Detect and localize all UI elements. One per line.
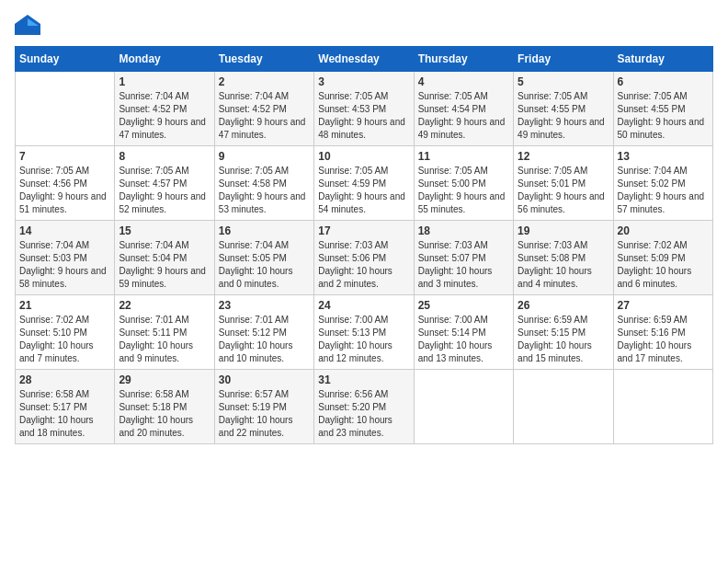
header bbox=[15, 15, 713, 35]
day-number: 16 bbox=[219, 224, 310, 237]
day-number: 25 bbox=[418, 299, 509, 312]
day-number: 8 bbox=[119, 150, 210, 163]
day-info: Sunrise: 7:05 AMSunset: 4:57 PMDaylight:… bbox=[119, 166, 206, 214]
day-number: 15 bbox=[119, 224, 210, 237]
day-number: 12 bbox=[518, 150, 609, 163]
day-number: 30 bbox=[219, 373, 310, 386]
header-friday: Friday bbox=[514, 47, 613, 72]
weekday-header-row: Sunday Monday Tuesday Wednesday Thursday… bbox=[16, 47, 713, 72]
day-info: Sunrise: 7:03 AMSunset: 5:07 PMDaylight:… bbox=[418, 240, 493, 289]
day-info: Sunrise: 6:56 AMSunset: 5:20 PMDaylight:… bbox=[318, 389, 392, 438]
day-number: 13 bbox=[618, 150, 709, 163]
calendar-cell: 5 Sunrise: 7:05 AMSunset: 4:55 PMDayligh… bbox=[514, 72, 613, 146]
day-number: 10 bbox=[318, 150, 409, 163]
calendar-cell: 28 Sunrise: 6:58 AMSunset: 5:17 PMDaylig… bbox=[16, 370, 115, 444]
day-number: 24 bbox=[318, 299, 409, 312]
day-info: Sunrise: 7:05 AMSunset: 4:56 PMDaylight:… bbox=[19, 166, 107, 214]
day-number: 6 bbox=[618, 75, 709, 88]
day-info: Sunrise: 6:58 AMSunset: 5:18 PMDaylight:… bbox=[119, 389, 193, 438]
calendar-cell: 25 Sunrise: 7:00 AMSunset: 5:14 PMDaylig… bbox=[414, 295, 513, 370]
day-number: 9 bbox=[219, 150, 310, 163]
day-info: Sunrise: 7:05 AMSunset: 4:55 PMDaylight:… bbox=[618, 91, 705, 140]
calendar-cell: 24 Sunrise: 7:00 AMSunset: 5:13 PMDaylig… bbox=[314, 295, 414, 370]
calendar-week-row: 7 Sunrise: 7:05 AMSunset: 4:56 PMDayligh… bbox=[16, 146, 713, 221]
day-info: Sunrise: 7:01 AMSunset: 5:11 PMDaylight:… bbox=[119, 315, 193, 363]
day-info: Sunrise: 7:04 AMSunset: 5:03 PMDaylight:… bbox=[19, 240, 107, 289]
calendar-cell: 19 Sunrise: 7:03 AMSunset: 5:08 PMDaylig… bbox=[514, 221, 613, 295]
calendar-table: Sunday Monday Tuesday Wednesday Thursday… bbox=[15, 46, 713, 444]
calendar-cell: 13 Sunrise: 7:04 AMSunset: 5:02 PMDaylig… bbox=[613, 146, 712, 221]
header-sunday: Sunday bbox=[16, 47, 115, 72]
day-info: Sunrise: 7:02 AMSunset: 5:09 PMDaylight:… bbox=[618, 240, 692, 289]
calendar-week-row: 21 Sunrise: 7:02 AMSunset: 5:10 PMDaylig… bbox=[16, 295, 713, 370]
calendar-cell: 22 Sunrise: 7:01 AMSunset: 5:11 PMDaylig… bbox=[115, 295, 214, 370]
day-number: 14 bbox=[19, 224, 110, 237]
day-info: Sunrise: 7:05 AMSunset: 4:53 PMDaylight:… bbox=[318, 91, 405, 140]
day-number: 21 bbox=[19, 299, 110, 312]
day-number: 2 bbox=[219, 75, 310, 88]
day-info: Sunrise: 7:04 AMSunset: 5:04 PMDaylight:… bbox=[119, 240, 206, 289]
day-number: 3 bbox=[318, 75, 409, 88]
day-info: Sunrise: 7:04 AMSunset: 4:52 PMDaylight:… bbox=[219, 91, 306, 140]
day-info: Sunrise: 7:03 AMSunset: 5:06 PMDaylight:… bbox=[318, 240, 392, 289]
day-info: Sunrise: 7:05 AMSunset: 4:59 PMDaylight:… bbox=[318, 166, 405, 214]
calendar-cell: 8 Sunrise: 7:05 AMSunset: 4:57 PMDayligh… bbox=[115, 146, 214, 221]
day-info: Sunrise: 6:59 AMSunset: 5:16 PMDaylight:… bbox=[618, 315, 692, 363]
day-number: 4 bbox=[418, 75, 509, 88]
day-info: Sunrise: 7:05 AMSunset: 4:55 PMDaylight:… bbox=[518, 91, 605, 140]
calendar-cell: 27 Sunrise: 6:59 AMSunset: 5:16 PMDaylig… bbox=[613, 295, 712, 370]
day-info: Sunrise: 7:04 AMSunset: 4:52 PMDaylight:… bbox=[119, 91, 206, 140]
calendar-cell: 16 Sunrise: 7:04 AMSunset: 5:05 PMDaylig… bbox=[214, 221, 313, 295]
calendar-cell: 11 Sunrise: 7:05 AMSunset: 5:00 PMDaylig… bbox=[414, 146, 513, 221]
calendar-cell: 9 Sunrise: 7:05 AMSunset: 4:58 PMDayligh… bbox=[214, 146, 313, 221]
calendar-week-row: 1 Sunrise: 7:04 AMSunset: 4:52 PMDayligh… bbox=[16, 72, 713, 146]
calendar-week-row: 28 Sunrise: 6:58 AMSunset: 5:17 PMDaylig… bbox=[16, 370, 713, 444]
day-info: Sunrise: 6:58 AMSunset: 5:17 PMDaylight:… bbox=[19, 389, 94, 438]
calendar-cell: 4 Sunrise: 7:05 AMSunset: 4:54 PMDayligh… bbox=[414, 72, 513, 146]
logo bbox=[15, 15, 44, 35]
day-info: Sunrise: 7:05 AMSunset: 4:58 PMDaylight:… bbox=[219, 166, 306, 214]
calendar-cell: 21 Sunrise: 7:02 AMSunset: 5:10 PMDaylig… bbox=[16, 295, 115, 370]
day-number: 18 bbox=[418, 224, 509, 237]
calendar-cell: 12 Sunrise: 7:05 AMSunset: 5:01 PMDaylig… bbox=[514, 146, 613, 221]
day-number: 7 bbox=[19, 150, 110, 163]
calendar-cell bbox=[613, 370, 712, 444]
calendar-cell: 23 Sunrise: 7:01 AMSunset: 5:12 PMDaylig… bbox=[214, 295, 313, 370]
day-number: 31 bbox=[318, 373, 409, 386]
day-number: 23 bbox=[219, 299, 310, 312]
calendar-cell: 31 Sunrise: 6:56 AMSunset: 5:20 PMDaylig… bbox=[314, 370, 414, 444]
day-number: 5 bbox=[518, 75, 609, 88]
day-number: 1 bbox=[119, 75, 210, 88]
day-number: 26 bbox=[518, 299, 609, 312]
header-saturday: Saturday bbox=[613, 47, 712, 72]
day-number: 20 bbox=[618, 224, 709, 237]
calendar-cell bbox=[16, 72, 115, 146]
calendar-cell: 2 Sunrise: 7:04 AMSunset: 4:52 PMDayligh… bbox=[214, 72, 313, 146]
day-number: 17 bbox=[318, 224, 409, 237]
calendar-cell: 15 Sunrise: 7:04 AMSunset: 5:04 PMDaylig… bbox=[115, 221, 214, 295]
day-info: Sunrise: 7:04 AMSunset: 5:05 PMDaylight:… bbox=[219, 240, 293, 289]
calendar-cell: 10 Sunrise: 7:05 AMSunset: 4:59 PMDaylig… bbox=[314, 146, 414, 221]
day-number: 29 bbox=[119, 373, 210, 386]
calendar-cell bbox=[514, 370, 613, 444]
day-info: Sunrise: 7:05 AMSunset: 4:54 PMDaylight:… bbox=[418, 91, 506, 140]
day-number: 27 bbox=[618, 299, 709, 312]
day-info: Sunrise: 6:59 AMSunset: 5:15 PMDaylight:… bbox=[518, 315, 592, 363]
calendar-cell: 6 Sunrise: 7:05 AMSunset: 4:55 PMDayligh… bbox=[613, 72, 712, 146]
day-info: Sunrise: 7:04 AMSunset: 5:02 PMDaylight:… bbox=[618, 166, 705, 214]
day-number: 28 bbox=[19, 373, 110, 386]
day-number: 11 bbox=[418, 150, 509, 163]
day-number: 22 bbox=[119, 299, 210, 312]
day-number: 19 bbox=[518, 224, 609, 237]
day-info: Sunrise: 7:00 AMSunset: 5:13 PMDaylight:… bbox=[318, 315, 392, 363]
calendar-cell: 30 Sunrise: 6:57 AMSunset: 5:19 PMDaylig… bbox=[214, 370, 313, 444]
calendar-cell: 17 Sunrise: 7:03 AMSunset: 5:06 PMDaylig… bbox=[314, 221, 414, 295]
header-tuesday: Tuesday bbox=[214, 47, 313, 72]
day-info: Sunrise: 6:57 AMSunset: 5:19 PMDaylight:… bbox=[219, 389, 293, 438]
day-info: Sunrise: 7:05 AMSunset: 5:01 PMDaylight:… bbox=[518, 166, 605, 214]
day-info: Sunrise: 7:00 AMSunset: 5:14 PMDaylight:… bbox=[418, 315, 493, 363]
day-info: Sunrise: 7:01 AMSunset: 5:12 PMDaylight:… bbox=[219, 315, 293, 363]
day-info: Sunrise: 7:03 AMSunset: 5:08 PMDaylight:… bbox=[518, 240, 592, 289]
calendar-cell: 29 Sunrise: 6:58 AMSunset: 5:18 PMDaylig… bbox=[115, 370, 214, 444]
calendar-cell: 7 Sunrise: 7:05 AMSunset: 4:56 PMDayligh… bbox=[16, 146, 115, 221]
